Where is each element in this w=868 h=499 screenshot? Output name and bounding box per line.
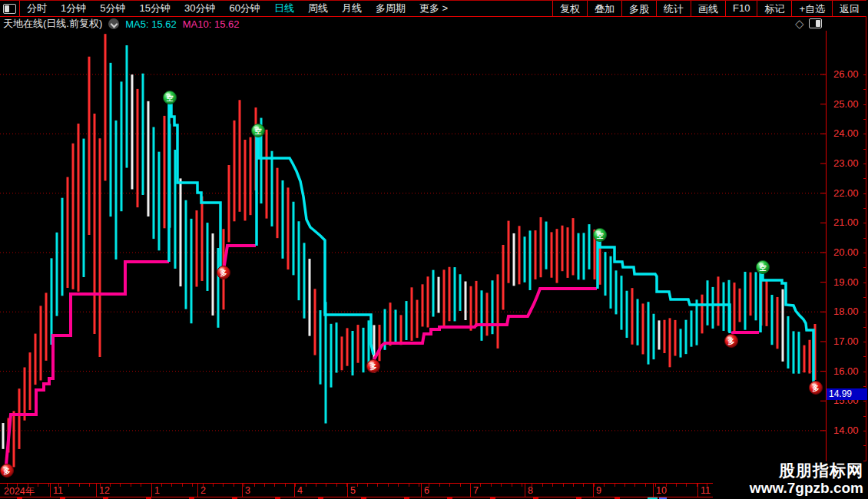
watermark-name: 股朋指标网 (713, 461, 863, 480)
chevron-down-icon[interactable] (108, 18, 119, 29)
period-menu-item-7[interactable]: 周线 (301, 2, 335, 15)
minor-time-tick (203, 484, 204, 487)
minor-time-tick (583, 484, 584, 487)
price-tick-label: 18.00 (833, 306, 859, 317)
signal-long-marker: 多 (217, 266, 230, 279)
split-layout-icon[interactable] (0, 1, 20, 16)
right-minor-tick (863, 208, 866, 209)
chart-area[interactable]: 多空多空多空多空多 (0, 31, 827, 483)
minor-time-tick (697, 484, 697, 487)
month-separator (96, 484, 97, 497)
right-minor-tick (863, 356, 866, 357)
minor-time-tick (429, 484, 429, 487)
right-minor-tick (863, 342, 866, 342)
tools-menu-item-6[interactable]: 标记 (757, 1, 791, 16)
month-label: 6 (424, 485, 429, 496)
ma5-value: MA5: 15.62 (125, 18, 177, 30)
svg-text:空: 空 (255, 127, 262, 135)
month-separator (347, 484, 348, 497)
right-minor-tick (863, 223, 866, 223)
signal-long-marker: 多 (367, 360, 380, 373)
gridlines (0, 74, 826, 431)
period-menu-item-6[interactable]: 日线 (267, 2, 301, 15)
right-minor-tick (863, 401, 866, 402)
minor-time-tick (346, 484, 347, 487)
signal-long-marker: 多 (810, 382, 823, 395)
svg-text:空: 空 (760, 264, 767, 272)
right-minor-tick (863, 431, 866, 431)
period-menu-item-1[interactable]: 1分钟 (54, 2, 93, 15)
minor-time-tick (89, 484, 90, 487)
svg-text:空: 空 (167, 94, 174, 102)
watermark: 股朋指标网 www.7gpzb.com (713, 461, 868, 497)
minor-time-tick (367, 484, 368, 487)
minor-time-tick (615, 484, 615, 487)
price-tick-label: 23.00 (833, 157, 859, 169)
minor-time-tick (460, 484, 461, 487)
minor-time-tick (563, 484, 564, 487)
minor-time-tick (604, 484, 605, 487)
tools-menu-item-5[interactable]: F10 (725, 1, 757, 16)
right-minor-tick (863, 89, 866, 90)
period-menu-item-9[interactable]: 多周期 (369, 2, 412, 15)
diamond-icon[interactable]: ◇ (795, 17, 804, 31)
tools-menu-item-4[interactable]: 画线 (691, 1, 725, 16)
month-separator (525, 484, 525, 497)
svg-text:空: 空 (597, 232, 604, 240)
tools-menu-item-8[interactable]: 返回 (832, 1, 866, 16)
minor-time-tick (686, 484, 687, 487)
signal-short-marker: 空 (164, 91, 177, 104)
period-menu-item-8[interactable]: 月线 (335, 2, 369, 15)
minor-time-tick (28, 484, 28, 487)
minor-time-tick (449, 484, 450, 487)
minor-time-tick (161, 484, 162, 487)
panel-layout-icon[interactable] (809, 18, 822, 28)
month-separator (50, 484, 51, 497)
minor-time-tick (110, 484, 111, 487)
signal-short-marker: 空 (252, 124, 265, 137)
month-label: 1 (154, 485, 160, 496)
period-menu-item-10[interactable]: 更多 > (412, 2, 455, 15)
minor-time-tick (480, 484, 481, 487)
minor-time-tick (131, 484, 131, 487)
price-tick-label: 21.00 (833, 216, 859, 228)
minor-time-tick (100, 484, 101, 487)
minor-time-tick (594, 484, 595, 487)
minor-time-tick (532, 484, 532, 487)
month-label: 5 (350, 485, 356, 496)
signal-short-marker: 空 (594, 229, 607, 242)
svg-text:多: 多 (813, 385, 820, 392)
minor-time-tick (439, 484, 440, 487)
period-menu-item-0[interactable]: 分时 (20, 2, 54, 15)
minor-time-tick (573, 484, 574, 487)
tools-menu-item-1[interactable]: 叠加 (587, 1, 621, 16)
month-label: 11 (53, 485, 63, 496)
price-tick-label: 26.00 (833, 68, 859, 80)
minor-time-tick (234, 484, 234, 487)
period-menu-item-3[interactable]: 15分钟 (132, 2, 177, 15)
month-label: 12 (99, 485, 110, 496)
indicator-pink-segment (224, 246, 256, 270)
minor-time-tick (357, 484, 358, 487)
svg-text:多: 多 (728, 338, 735, 345)
minor-time-tick (542, 484, 543, 487)
month-separator (653, 484, 654, 497)
chart-header: 天地在线(日线.前复权) MA5: 15.62 MA10: 15.62 (3, 18, 240, 30)
tools-menu-item-7[interactable]: +自选 (791, 1, 832, 16)
minor-time-tick (182, 484, 183, 487)
minor-time-tick (58, 484, 59, 487)
minor-time-tick (48, 484, 49, 487)
period-menu-item-2[interactable]: 5分钟 (93, 2, 132, 15)
tools-menu-item-3[interactable]: 统计 (656, 1, 691, 16)
tools-menu-item-0[interactable]: 复权 (552, 1, 587, 16)
month-label: 2024年 (4, 485, 35, 498)
tools-menu-item-2[interactable]: 多股 (621, 1, 656, 16)
month-label: 11 (701, 485, 711, 496)
minor-time-tick (326, 484, 326, 487)
minor-time-tick (398, 484, 399, 487)
minor-time-tick (624, 484, 625, 487)
minor-time-tick (655, 484, 656, 487)
period-menu-item-5[interactable]: 60分钟 (222, 2, 267, 15)
minor-time-tick (244, 484, 244, 487)
period-menu-item-4[interactable]: 30分钟 (177, 2, 222, 15)
